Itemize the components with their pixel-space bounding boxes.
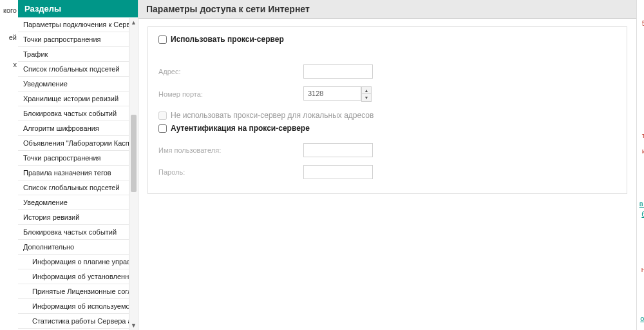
- address-row: Адрес:: [158, 64, 616, 79]
- sidebar-item[interactable]: Блокировка частых событий: [18, 106, 138, 121]
- sidebar-item[interactable]: Точки распространения: [18, 151, 138, 166]
- password-row: Пароль:: [158, 165, 616, 179]
- username-row: Имя пользователя:: [158, 143, 616, 157]
- bypass-local-checkbox[interactable]: [158, 112, 167, 120]
- cutoff-text: ей: [0, 31, 18, 44]
- sidebar-item[interactable]: Дополнительно: [18, 240, 138, 255]
- port-input[interactable]: [303, 86, 361, 101]
- sidebar-item-list: Параметры подключения к Серверу адмТочки…: [18, 17, 138, 330]
- bypass-local-row: Не использовать прокси-сервер для локаль…: [158, 111, 616, 120]
- sidebar-item[interactable]: Точки распространения: [18, 32, 138, 47]
- cutoff-link[interactable]: в К: [639, 200, 644, 208]
- main-panel: Параметры доступа к сети Интернет Исполь…: [138, 0, 636, 330]
- password-input[interactable]: [303, 165, 373, 179]
- port-spinner: ▲ ▼: [361, 86, 372, 102]
- right-cutoff-panel: 5. тр и. в К бс ни ом: [636, 0, 644, 330]
- port-step-down-icon[interactable]: ▼: [362, 94, 371, 101]
- sidebar-subitem[interactable]: Статистика работы Сервера админи: [18, 314, 138, 329]
- sidebar-item[interactable]: Список глобальных подсетей: [18, 180, 138, 195]
- address-label: Адрес:: [158, 68, 303, 75]
- port-label: Номер порта:: [158, 90, 303, 98]
- address-input[interactable]: [303, 64, 373, 79]
- sidebar-item[interactable]: Хранилище истории ревизий: [18, 92, 138, 106]
- sidebar-subitem[interactable]: Информация о плагине управления С: [18, 255, 138, 269]
- port-step-up-icon[interactable]: ▲: [362, 87, 371, 94]
- sidebar-subitem[interactable]: Информация об используемой базе д: [18, 299, 138, 314]
- bypass-local-label: Не использовать прокси-сервер для локаль…: [171, 111, 374, 120]
- sidebar-item[interactable]: История ревизий: [18, 210, 138, 225]
- use-proxy-row: Использовать прокси-сервер: [158, 35, 616, 44]
- password-label: Пароль:: [158, 168, 303, 176]
- scrollbar-thumb[interactable]: [131, 115, 137, 192]
- sidebar-item[interactable]: Уведомление: [18, 195, 138, 210]
- left-cutoff-panel: кого ей х: [0, 0, 18, 330]
- port-row: Номер порта: ▲ ▼: [158, 86, 616, 102]
- sidebar-subitem[interactable]: Информация об установленных плаги: [18, 269, 138, 284]
- page-title: Параметры доступа к сети Интернет: [138, 0, 636, 19]
- proxy-auth-row: Аутентификация на прокси-сервере: [158, 124, 616, 133]
- use-proxy-checkbox[interactable]: [158, 35, 167, 44]
- sidebar-item[interactable]: Параметры подключения к Серверу адм: [18, 17, 138, 32]
- cutoff-text: кого: [0, 4, 18, 17]
- sidebar-item[interactable]: Уведомление: [18, 77, 138, 92]
- scroll-up-icon[interactable]: ▲: [129, 18, 138, 27]
- sidebar-scrollbar[interactable]: ▲ ▼: [129, 18, 138, 330]
- sidebar-item[interactable]: Объявления "Лаборатории Касперского": [18, 136, 138, 151]
- sidebar-item[interactable]: Алгоритм шифрования: [18, 121, 138, 136]
- username-label: Имя пользователя:: [158, 146, 303, 154]
- proxy-auth-label: Аутентификация на прокси-сервере: [171, 124, 310, 133]
- sections-sidebar: Разделы Параметры подключения к Серверу …: [18, 0, 138, 330]
- cutoff-text: ни: [641, 266, 644, 273]
- scroll-down-icon[interactable]: ▼: [129, 321, 138, 330]
- sidebar-item[interactable]: Блокировка частых событий: [18, 225, 138, 240]
- sidebar-item[interactable]: Список глобальных подсетей: [18, 62, 138, 77]
- use-proxy-label: Использовать прокси-сервер: [171, 35, 284, 44]
- sidebar-header: Разделы: [18, 0, 138, 17]
- cutoff-link[interactable]: бс: [641, 210, 644, 218]
- username-input[interactable]: [303, 143, 373, 157]
- cutoff-text: х: [0, 58, 18, 71]
- sidebar-item[interactable]: Правила назначения тегов: [18, 166, 138, 180]
- cutoff-link[interactable]: ом: [640, 315, 644, 322]
- sidebar-item[interactable]: Трафик: [18, 47, 138, 62]
- proxy-auth-checkbox[interactable]: [158, 124, 167, 133]
- sidebar-subitem[interactable]: Принятые Лицензионные соглашени: [18, 284, 138, 299]
- proxy-settings-box: Использовать прокси-сервер Адрес: Номер …: [147, 26, 627, 194]
